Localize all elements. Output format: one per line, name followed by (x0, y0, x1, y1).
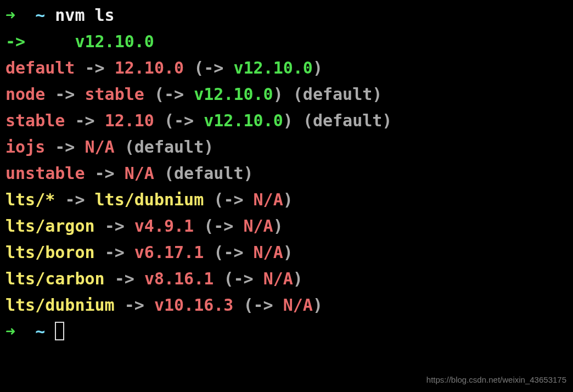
resolved-version: v12.10.0 (194, 85, 273, 104)
resolved-version: v12.10.0 (233, 58, 313, 77)
alias-note: (default) (125, 137, 214, 156)
alias-target: N/A (85, 137, 115, 156)
lts-carbon-line: lts/carbon -> v8.16.1 (-> N/A) (5, 266, 568, 292)
cursor-icon (55, 322, 64, 340)
arrow: -> (105, 216, 125, 236)
arrow: -> (65, 190, 85, 209)
alias-note: (default) (303, 111, 392, 130)
lts-star-line: lts/* -> lts/dubnium (-> N/A) (5, 187, 568, 213)
lts-target: v10.16.3 (154, 295, 234, 315)
resolved-na: N/A (263, 269, 293, 288)
lts-target: lts/dubnium (95, 190, 204, 209)
arrow: -> (95, 164, 115, 183)
alias-note: (default) (293, 85, 383, 104)
alias-target: 12.10.0 (115, 58, 184, 77)
arrow: -> (75, 111, 94, 130)
terminal-prompt-line-empty[interactable]: ➜ ~ (5, 318, 568, 345)
lts-name: lts/dubnium (5, 295, 115, 315)
arrow: -> (105, 243, 125, 262)
watermark: https://blog.csdn.net/weixin_43653175 (426, 373, 566, 387)
lts-name: lts/* (5, 190, 55, 209)
prompt-cwd: ~ (35, 5, 45, 25)
alias-target: stable (85, 85, 144, 104)
lts-argon-line: lts/argon -> v4.9.1 (-> N/A) (5, 213, 568, 239)
alias-target: 12.10 (105, 111, 154, 130)
arrow: -> (115, 269, 134, 288)
prompt-arrow-icon: ➜ (5, 322, 15, 341)
arrow: -> (125, 295, 144, 315)
current-version-line: -> v12.10.0 (5, 29, 568, 55)
alias-name: stable (5, 111, 65, 130)
current-marker: -> (5, 32, 25, 51)
resolved-na: N/A (244, 216, 273, 236)
alias-target: N/A (125, 164, 154, 183)
arrow: -> (55, 137, 75, 156)
prompt-arrow-icon: ➜ (5, 5, 15, 25)
arrow: -> (55, 85, 75, 104)
alias-note: (default) (164, 164, 254, 183)
alias-name: unstable (5, 164, 85, 183)
arrow: -> (85, 58, 105, 77)
alias-default-line: default -> 12.10.0 (-> v12.10.0) (5, 55, 568, 81)
resolved-na: N/A (254, 243, 283, 262)
resolved-na: N/A (283, 295, 313, 315)
resolved-na: N/A (254, 190, 283, 209)
alias-node-line: node -> stable (-> v12.10.0) (default) (5, 81, 568, 108)
lts-name: lts/boron (5, 243, 95, 262)
lts-boron-line: lts/boron -> v6.17.1 (-> N/A) (5, 239, 568, 266)
lts-target: v8.16.1 (144, 269, 214, 288)
lts-name: lts/carbon (5, 269, 105, 288)
alias-unstable-line: unstable -> N/A (default) (5, 160, 568, 187)
alias-name: node (5, 85, 45, 104)
command-nvm-ls: nvm ls (55, 5, 114, 25)
prompt-cwd: ~ (35, 322, 45, 341)
lts-target: v4.9.1 (134, 216, 194, 236)
resolved-version: v12.10.0 (204, 111, 283, 130)
lts-target: v6.17.1 (134, 243, 204, 262)
lts-name: lts/argon (5, 216, 95, 236)
current-version: v12.10.0 (75, 32, 154, 51)
lts-dubnium-line: lts/dubnium -> v10.16.3 (-> N/A) (5, 292, 568, 318)
terminal-prompt-line[interactable]: ➜ ~ nvm ls (5, 2, 568, 29)
alias-name: default (5, 58, 75, 77)
alias-iojs-line: iojs -> N/A (default) (5, 134, 568, 160)
alias-name: iojs (5, 137, 45, 156)
alias-stable-line: stable -> 12.10 (-> v12.10.0) (default) (5, 108, 568, 134)
